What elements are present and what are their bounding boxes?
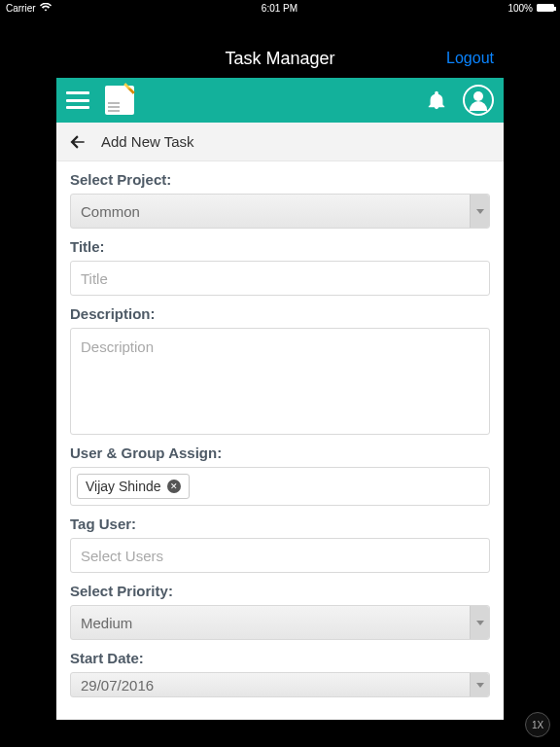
priority-select[interactable]: Medium	[70, 605, 490, 640]
project-select[interactable]: Common	[70, 194, 490, 229]
chevron-down-icon	[470, 195, 489, 228]
chevron-down-icon	[470, 673, 489, 696]
chevron-down-icon	[470, 606, 489, 639]
page-title: Add New Task	[101, 133, 194, 150]
form: Select Project: Common Title: Title Desc…	[56, 161, 504, 720]
breadcrumb: Add New Task	[56, 123, 504, 161]
zoom-badge: 1X	[525, 712, 550, 737]
priority-value: Medium	[81, 615, 132, 631]
tag-user-placeholder: Select Users	[81, 548, 163, 564]
titlebar: Task Manager Logout	[56, 39, 504, 78]
assign-input[interactable]: Vijay Shinde	[70, 467, 490, 506]
description-input[interactable]: Description	[70, 328, 490, 435]
start-date-label: Start Date:	[70, 650, 490, 666]
description-label: Description:	[70, 305, 490, 322]
compose-icon[interactable]	[105, 86, 134, 115]
battery-icon	[537, 4, 554, 12]
project-label: Select Project:	[70, 171, 490, 188]
back-icon[interactable]	[68, 132, 88, 152]
assign-chip-label: Vijay Shinde	[86, 479, 161, 494]
carrier-label: Carrier	[6, 3, 36, 14]
title-placeholder: Title	[81, 270, 108, 287]
toolbar	[56, 78, 504, 123]
close-icon[interactable]	[167, 480, 181, 493]
start-date-value: 29/07/2016	[81, 677, 154, 694]
description-placeholder: Description	[81, 338, 154, 355]
menu-icon[interactable]	[66, 91, 89, 109]
priority-label: Select Priority:	[70, 583, 490, 599]
title-input[interactable]: Title	[70, 261, 490, 296]
bell-icon[interactable]	[426, 89, 447, 111]
wifi-icon	[40, 3, 52, 14]
start-date-select[interactable]: 29/07/2016	[70, 672, 490, 697]
clock-label: 6:01 PM	[52, 3, 508, 14]
battery-label: 100%	[508, 3, 533, 14]
title-label: Title:	[70, 238, 490, 255]
tag-user-input[interactable]: Select Users	[70, 538, 490, 573]
assign-chip: Vijay Shinde	[77, 474, 190, 499]
app-window: Task Manager Logout Add New Task Select …	[56, 39, 504, 720]
tag-user-label: Tag User:	[70, 516, 490, 532]
project-value: Common	[81, 203, 140, 220]
ios-status-bar: Carrier 6:01 PM 100%	[0, 0, 560, 16]
profile-icon[interactable]	[463, 85, 494, 116]
assign-label: User & Group Assign:	[70, 445, 490, 461]
app-title: Task Manager	[225, 49, 334, 69]
logout-button[interactable]: Logout	[446, 39, 494, 78]
